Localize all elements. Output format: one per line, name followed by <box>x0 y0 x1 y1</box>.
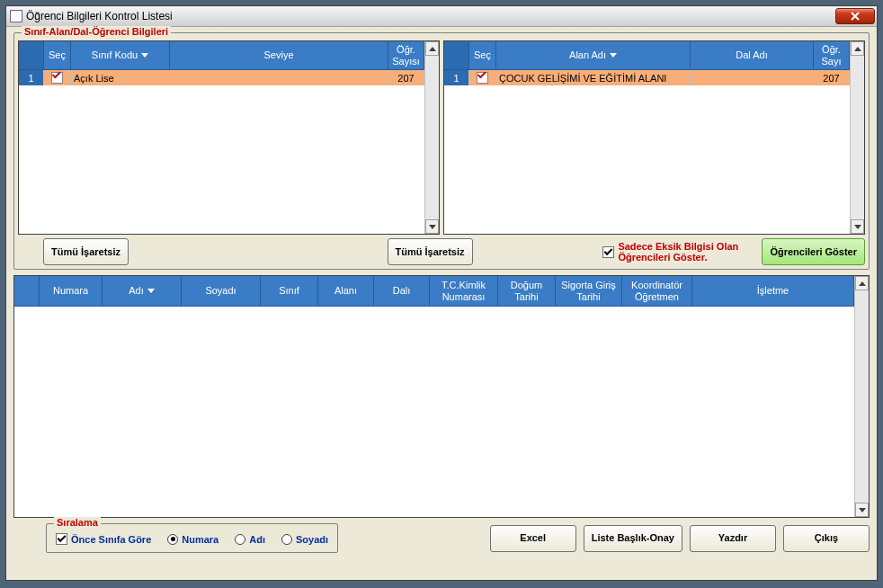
scroll-track[interactable] <box>851 56 864 219</box>
scroll-up-button[interactable] <box>851 41 864 56</box>
top-group-label: Sınıf-Alan/Dal-Öğrenci Bilgileri <box>22 26 171 37</box>
sort-soyadi-radio[interactable]: Soyadı <box>281 534 328 545</box>
col-ogr-sayisi[interactable]: Öğr. Sayısı <box>388 41 424 70</box>
tumu-isaretsiz-left-button[interactable]: Tümü İşaretsiz <box>43 238 129 265</box>
top-group: Sınıf-Alan/Dal-Öğrenci Bilgileri Seç Sın… <box>13 32 870 270</box>
scroll-up-button[interactable] <box>425 41 439 56</box>
scrollbar[interactable] <box>850 41 864 234</box>
chevron-up-icon <box>429 47 436 51</box>
col-dal-adi[interactable]: Dal Adı <box>691 41 814 70</box>
check-icon <box>51 72 63 84</box>
radio-icon <box>235 534 245 545</box>
excel-button[interactable]: Excel <box>490 525 576 552</box>
col-ogr-sayi[interactable]: Öğr. Sayı <box>814 41 850 70</box>
col-isletme[interactable]: İşletme <box>692 276 854 307</box>
cell-sec[interactable] <box>469 70 496 85</box>
scroll-down-button[interactable] <box>851 219 864 234</box>
liste-baslik-onay-button[interactable]: Liste Başlık-Onay <box>584 525 682 552</box>
student-grid[interactable]: Numara Adı Soyadı Sınıf Alanı Dalı T.C.K… <box>13 275 870 518</box>
once-sinifa-checkbox[interactable]: Önce Sınıfa Göre <box>56 533 151 545</box>
col-rownum[interactable] <box>444 41 469 70</box>
sort-indicator-icon <box>141 53 148 58</box>
tumu-isaretsiz-right-button[interactable]: Tümü İşaretsiz <box>388 238 473 265</box>
student-grid-body <box>14 307 854 517</box>
window-body: Sınıf-Alan/Dal-Öğrenci Bilgileri Seç Sın… <box>6 27 877 580</box>
alan-grid-body: 1 ÇOCUK GELİŞİMİ VE EĞİTİMİ ALANI 207 <box>444 70 850 234</box>
cell-seviye <box>170 70 388 85</box>
cell-alan: ÇOCUK GELİŞİMİ VE EĞİTİMİ ALANI <box>496 70 691 85</box>
filter-missing-checkbox[interactable]: Sadece Eksik Bilgisi Olan Öğrencileri Gö… <box>602 241 762 263</box>
col-sinif[interactable]: Sınıf <box>261 276 318 307</box>
sinif-grid[interactable]: Seç Sınıf Kodu Seviye Öğr. Sayısı 1 Açık… <box>18 40 440 235</box>
filter-missing-label: Sadece Eksik Bilgisi Olan Öğrencileri Gö… <box>618 241 762 263</box>
check-icon <box>477 72 488 84</box>
cell-sec[interactable] <box>44 70 71 85</box>
sort-adi-label: Adı <box>249 534 265 545</box>
col-koordinator[interactable]: Koordinatör Öğretmen <box>622 276 692 307</box>
titlebar[interactable]: Öğrenci Bilgileri Kontrol Listesi <box>6 6 877 27</box>
cell-sayi: 207 <box>814 70 850 85</box>
bottom-bar: Sıralama Önce Sınıfa Göre Numara Adı Soy… <box>13 523 870 553</box>
sinif-grid-header: Seç Sınıf Kodu Seviye Öğr. Sayısı <box>19 41 424 70</box>
radio-icon <box>167 534 178 545</box>
window-title: Öğrenci Bilgileri Kontrol Listesi <box>26 10 835 22</box>
app-window: Öğrenci Bilgileri Kontrol Listesi Sınıf-… <box>5 5 878 581</box>
scroll-down-button[interactable] <box>855 503 869 517</box>
col-sinif-kodu[interactable]: Sınıf Kodu <box>71 41 170 70</box>
chevron-up-icon <box>854 47 861 51</box>
scrollbar[interactable] <box>424 41 439 234</box>
cell-rownum: 1 <box>444 70 469 85</box>
chevron-up-icon <box>859 281 866 286</box>
close-icon <box>850 12 861 21</box>
col-alani[interactable]: Alanı <box>318 276 374 307</box>
student-grid-header: Numara Adı Soyadı Sınıf Alanı Dalı T.C.K… <box>14 276 854 307</box>
col-soyadi[interactable]: Soyadı <box>182 276 261 307</box>
checkbox-icon <box>56 533 67 545</box>
alan-grid[interactable]: Seç Alan Adı Dal Adı Öğr. Sayı 1 ÇOCUK G… <box>443 40 865 235</box>
sort-adi-radio[interactable]: Adı <box>235 534 265 545</box>
cell-rownum: 1 <box>19 70 44 85</box>
scroll-up-button[interactable] <box>855 276 869 290</box>
table-row[interactable]: 1 ÇOCUK GELİŞİMİ VE EĞİTİMİ ALANI 207 <box>444 70 850 85</box>
col-numara[interactable]: Numara <box>40 276 103 307</box>
scroll-track[interactable] <box>855 290 869 503</box>
col-adi[interactable]: Adı <box>103 276 182 307</box>
scroll-down-button[interactable] <box>425 219 439 234</box>
close-button[interactable] <box>835 8 875 24</box>
radio-icon <box>281 534 292 545</box>
scroll-track[interactable] <box>425 56 439 219</box>
app-icon <box>10 10 22 22</box>
table-row[interactable]: 1 Açık Lise 207 <box>19 70 424 85</box>
cell-sinif-kodu: Açık Lise <box>71 70 170 85</box>
scrollbar[interactable] <box>854 276 869 517</box>
col-alan-adi[interactable]: Alan Adı <box>496 41 691 70</box>
col-seviye[interactable]: Seviye <box>170 41 388 70</box>
sort-group-label: Sıralama <box>54 517 101 528</box>
cell-dal <box>691 70 814 85</box>
col-sec[interactable]: Seç <box>44 41 71 70</box>
col-tc-kimlik[interactable]: T.C.Kimlik Numarası <box>430 276 498 307</box>
col-rownum[interactable] <box>14 276 40 307</box>
chevron-down-icon <box>859 508 866 512</box>
ogrencileri-goster-button[interactable]: Öğrencileri Göster <box>762 238 865 265</box>
once-sinifa-label: Önce Sınıfa Göre <box>71 534 151 545</box>
chevron-down-icon <box>854 225 861 229</box>
sort-indicator-icon <box>610 53 617 58</box>
yazdir-button[interactable]: Yazdır <box>690 525 776 552</box>
chevron-down-icon <box>429 225 436 229</box>
col-dogum-tarihi[interactable]: Doğum Tarihi <box>498 276 556 307</box>
alan-grid-header: Seç Alan Adı Dal Adı Öğr. Sayı <box>444 41 850 70</box>
sort-numara-radio[interactable]: Numara <box>167 534 219 545</box>
col-dali[interactable]: Dalı <box>374 276 430 307</box>
sort-soyadi-label: Soyadı <box>296 534 328 545</box>
cikis-button[interactable]: Çıkış <box>783 525 870 552</box>
sinif-grid-body: 1 Açık Lise 207 <box>19 70 424 234</box>
col-sigorta-tarihi[interactable]: Sigorta Giriş Tarihi <box>556 276 622 307</box>
cell-sayi: 207 <box>388 70 424 85</box>
sort-group: Sıralama Önce Sınıfa Göre Numara Adı Soy… <box>46 523 338 553</box>
checkbox-icon <box>602 246 614 258</box>
sort-indicator-icon <box>147 289 155 293</box>
col-rownum[interactable] <box>19 41 44 70</box>
sort-numara-label: Numara <box>182 534 219 545</box>
col-sec[interactable]: Seç <box>469 41 496 70</box>
